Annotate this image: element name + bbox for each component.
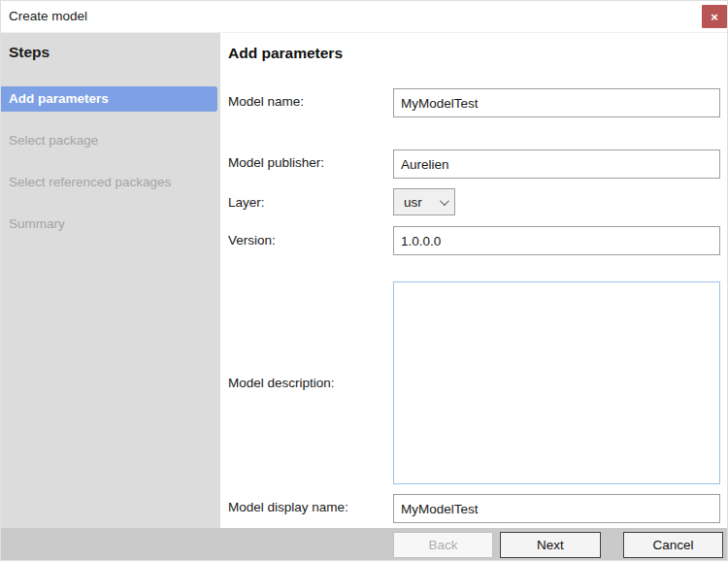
version-input[interactable] [393,226,720,255]
window-title: Create model [9,1,87,32]
model-name-input[interactable] [393,88,720,117]
titlebar: Create model × [1,1,728,33]
steps-sidebar: Steps Add parameters Select package Sele… [1,33,220,528]
page-title: Add parameters [228,45,343,62]
next-button[interactable]: Next [500,532,601,558]
layer-select-value: usr [404,195,422,210]
layer-select[interactable]: usr [393,188,455,215]
model-display-name-input[interactable] [393,494,720,523]
chevron-down-icon [440,196,449,206]
layer-label: Layer: [228,195,265,210]
model-publisher-input[interactable] [393,149,720,179]
form-panel: Add parameters Model name: Model publish… [220,33,728,528]
close-button[interactable]: × [702,5,727,28]
model-description-label: Model description: [228,376,335,390]
model-name-label: Model name: [228,94,304,109]
step-item-select-package[interactable]: Select package [1,128,217,153]
steps-heading: Steps [9,44,50,61]
model-display-name-label: Model display name: [228,500,348,514]
back-button[interactable]: Back [393,532,493,558]
model-description-textarea[interactable] [393,281,720,484]
footer-bar: Back Next Cancel [1,528,728,561]
step-item-add-parameters[interactable]: Add parameters [1,86,217,112]
create-model-dialog: Create model × Steps Add parameters Sele… [0,0,728,561]
step-item-select-referenced-packages[interactable]: Select referenced packages [1,170,217,195]
model-publisher-label: Model publisher: [228,155,324,170]
step-item-summary[interactable]: Summary [1,212,217,237]
cancel-button[interactable]: Cancel [623,532,723,558]
version-label: Version: [228,233,276,248]
close-icon: × [711,10,718,24]
